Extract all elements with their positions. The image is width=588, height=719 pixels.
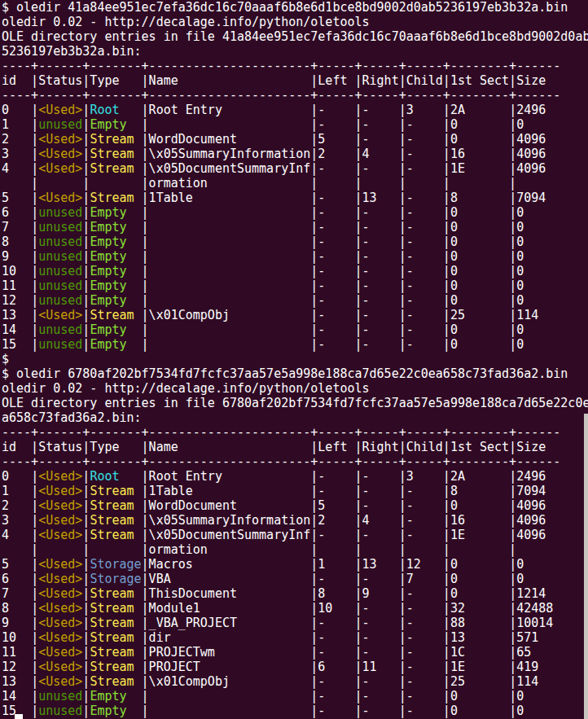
text-segment: | [31,660,38,674]
status-cell: <Used> [38,103,82,117]
row-values: |VBA |- |- |7 |0 |0 [142,572,524,586]
text-segment: | [31,117,38,132]
id-cell: 3 [2,513,31,528]
table-row: 10 |unused|Empty | |- |- |- |0 |0 [2,264,588,278]
info-line: 5236197eb3b32a.bin: [2,44,588,59]
type-cell: Stream [90,645,141,660]
row-values: |Root Entry |- |- |3 |2A |2496 [142,469,546,484]
table-row: 15 |unused|Empty | |- |- |- |0 |0 [2,337,588,352]
text-segment: id |Status|Type |Name |Left |Right|Child… [2,73,546,88]
table-row: 5 |<Used>|Stream |1Table |- |13 |- |8 |7… [2,191,588,205]
type-cell: Empty [90,704,141,718]
row-values: | |- |- |- |0 |0 [142,264,524,278]
type-cell: Stream [90,147,141,161]
row-values: | |- |- |- |0 |0 [142,220,524,235]
table-row: 4 |<Used>|Stream |\x05DocumentSummaryInf… [2,161,588,176]
text-segment: | [31,704,38,718]
id-cell: 12 [2,293,31,308]
text-segment: oledir 0.02 - http://decalage.info/pytho… [2,381,370,396]
id-cell: 10 [2,630,31,645]
text-segment: | [31,469,38,484]
text-segment: | [31,674,38,689]
table-row: 1 |unused|Empty | |- |- |- |0 |0 [2,117,588,132]
text-segment: | [31,132,38,147]
id-cell: 1 [2,484,31,498]
table-row: 14 |unused|Empty | |- |- |- |0 |0 [2,689,588,704]
table-header: id |Status|Type |Name |Left |Right|Child… [2,440,588,454]
text-segment: | [31,278,38,293]
table-row: 10 |<Used>|Stream |dir |- |- |- |13 |571 [2,630,588,645]
table-row: 13 |<Used>|Stream |\x01CompObj |- |- |- … [2,674,588,689]
status-cell: <Used> [38,513,82,528]
id-cell: 1 [2,117,31,132]
tool-version-line: oledir 0.02 - http://decalage.info/pytho… [2,381,588,396]
status-cell: <Used> [38,630,82,645]
text-segment: | [31,586,38,601]
row-values: |ThisDocument |8 |9 |- |0 |1214 [142,586,546,601]
type-cell: Empty [90,235,141,249]
table-row: 11 |unused|Empty | |- |- |- |0 |0 [2,278,588,293]
text-segment: | [31,601,38,616]
row-values: |PROJECT |6 |11 |- |1E |419 [142,660,539,674]
id-cell: 15 [2,337,31,352]
text-segment: | [31,528,38,542]
id-cell: 2 [2,498,31,513]
text-segment: ----+------+-------+--------------------… [2,425,560,440]
text-segment: | [31,161,38,176]
terminal-window: $ oledir 41a84ee951ec7efa36dc16c70aaaf6b… [0,0,588,719]
id-cell: 5 [2,191,31,205]
text-segment: | [31,498,38,513]
status-cell: unused [38,117,82,132]
status-cell: <Used> [38,528,82,542]
text-segment: | [31,337,38,352]
table-row: 8 |<Used>|Stream |Module1 |10 |- |- |32 … [2,601,588,616]
text-segment: | [31,220,38,235]
table-row: 12 |<Used>|Stream |PROJECT |6 |11 |- |1E… [2,660,588,674]
id-cell: 7 [2,586,31,601]
row-values: |\x05SummaryInformation|2 |4 |- |16 |409… [142,147,546,161]
text-segment: | [31,484,38,498]
table-row: 7 |<Used>|Stream |ThisDocument |8 |9 |- … [2,586,588,601]
row-values: |\x05SummaryInformation|2 |4 |- |16 |409… [142,513,546,528]
status-cell: <Used> [38,132,82,147]
status-cell: unused [38,205,82,220]
text-segment: id |Status|Type |Name |Left |Right|Child… [2,440,546,454]
type-cell: Stream [90,308,141,322]
scrollbar-thumb[interactable] [584,414,588,719]
id-cell: 7 [2,220,31,235]
table-row: 0 |<Used>|Root |Root Entry |- |- |3 |2A … [2,103,588,117]
text-segment: | [31,103,38,117]
text-segment: | [31,191,38,205]
text-segment: | [31,689,38,704]
command-line: $ oledir 6780af202bf7534fd7fcfc37aa57e5a… [2,366,588,381]
type-cell: Stream [90,191,141,205]
row-values: |WordDocument |5 |- |- |0 |4096 [142,132,546,147]
row-values: |Macros |1 |13 |12 |0 |0 [142,557,524,572]
table-row: 5 |<Used>|Storage|Macros |1 |13 |12 |0 |… [2,557,588,572]
type-cell: Empty [90,220,141,235]
id-cell: 13 [2,308,31,322]
table-row: 7 |unused|Empty | |- |- |- |0 |0 [2,220,588,235]
table-separator: ----+------+-------+--------------------… [2,88,588,103]
status-cell: unused [38,704,82,718]
table-separator: ----+------+-------+--------------------… [2,425,588,440]
row-values: | |- |- |- |0 |0 [142,704,524,718]
type-cell: Stream [90,586,141,601]
id-cell: 0 [2,103,31,117]
type-cell: Empty [90,689,141,704]
table-separator: ----+------+-------+--------------------… [2,59,588,73]
status-cell: unused [38,235,82,249]
table-row-continuation: | | |ormation | | | | | [2,176,588,191]
status-cell: <Used> [38,572,82,586]
row-values: | |- |- |- |0 |0 [142,235,524,249]
type-cell: Stream [90,616,141,630]
id-cell: 8 [2,601,31,616]
text-segment: OLE directory entries in file 41a84ee951… [2,29,588,44]
status-cell: unused [38,293,82,308]
text-segment: ----+------+-------+--------------------… [2,88,560,103]
status-cell: <Used> [38,674,82,689]
text-segment: a658c73fad36a2.bin: [2,410,142,425]
row-values: | |- |- |- |0 |0 [142,205,524,220]
type-cell: Stream [90,528,141,542]
row-values: | | |ormation | | | | | [2,542,516,557]
